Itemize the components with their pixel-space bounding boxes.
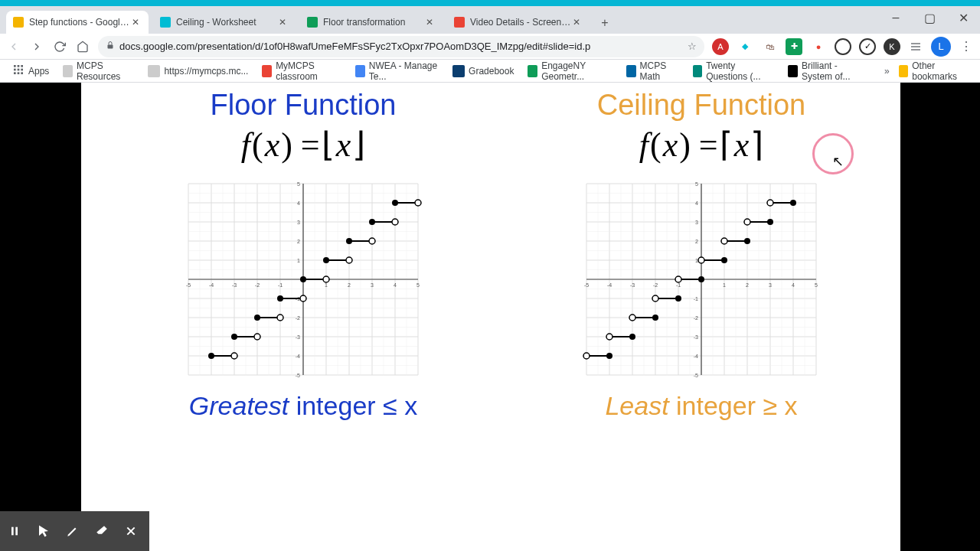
maximize-button[interactable]: ▢ <box>913 6 946 29</box>
svg-point-172 <box>606 334 612 340</box>
pen-tool-button[interactable] <box>58 511 87 551</box>
extension-icon[interactable]: K <box>884 38 900 55</box>
reload-button[interactable] <box>52 39 67 54</box>
svg-text:2: 2 <box>297 239 300 244</box>
bookmark-item[interactable]: Twenty Questions (... <box>688 58 779 84</box>
svg-text:-2: -2 <box>694 315 698 321</box>
extension-icon[interactable] <box>835 38 851 55</box>
url-input[interactable]: docs.google.com/presentation/d/1of0H8waf… <box>98 36 704 57</box>
floor-formula: f (x) = ⌊x⌋ <box>112 125 495 165</box>
svg-text:3: 3 <box>297 220 300 225</box>
bookmark-label: Other bookmarks <box>912 60 968 82</box>
svg-text:-2: -2 <box>255 282 260 288</box>
bookmark-favicon <box>63 65 73 77</box>
close-tab-icon[interactable]: ✕ <box>426 17 436 28</box>
svg-text:5: 5 <box>416 282 420 288</box>
slide-content: Floor Function f (x) = ⌊x⌋ -5-4-3-2-1123… <box>81 83 900 551</box>
extension-icon[interactable]: ● <box>810 38 827 55</box>
browser-tab[interactable]: Ceiling - Worksheet✕ <box>153 11 296 34</box>
floor-column: Floor Function f (x) = ⌊x⌋ -5-4-3-2-1123… <box>112 89 495 421</box>
svg-point-87 <box>277 295 283 302</box>
svg-rect-5 <box>18 65 20 67</box>
svg-text:4: 4 <box>297 201 300 206</box>
bookmark-star-icon[interactable]: ☆ <box>688 41 697 52</box>
bookmark-item[interactable]: NWEA - Manage Te... <box>351 58 443 84</box>
bookmark-item[interactable]: EngageNY Geometr... <box>523 58 617 84</box>
new-tab-button[interactable]: + <box>594 12 616 34</box>
browser-tab[interactable]: Video Details - Screencastify✕ <box>447 11 590 34</box>
close-tab-icon[interactable]: ✕ <box>279 17 289 28</box>
ceiling-title: Ceiling Function <box>510 89 893 122</box>
floor-caption: Greatest integer ≤ x <box>112 391 495 421</box>
bookmark-item[interactable]: Brilliant - System of... <box>783 58 874 84</box>
address-bar: docs.google.com/presentation/d/1of0H8waf… <box>0 34 980 60</box>
browser-tab[interactable]: Floor transformation✕ <box>300 11 443 34</box>
svg-text:1: 1 <box>723 282 726 288</box>
svg-point-169 <box>583 353 590 359</box>
svg-rect-6 <box>21 65 23 67</box>
extension-icon[interactable]: ✓ <box>859 38 876 55</box>
eraser-tool-button[interactable] <box>87 511 116 551</box>
bookmark-item[interactable]: Gradebook <box>448 63 518 80</box>
svg-text:4: 4 <box>394 282 397 288</box>
svg-point-182 <box>698 276 704 282</box>
svg-text:3: 3 <box>371 282 374 288</box>
bookmark-label: MCPS Resources <box>77 60 134 82</box>
bookmark-label: Brilliant - System of... <box>802 60 871 82</box>
svg-text:2: 2 <box>348 282 351 288</box>
svg-point-97 <box>369 238 375 244</box>
close-toolbar-button[interactable] <box>116 511 145 551</box>
bookmark-item[interactable]: MCPS Math <box>622 58 684 84</box>
menu-button[interactable]: ⋮ <box>959 39 974 54</box>
folder-icon <box>899 65 909 77</box>
svg-point-175 <box>629 315 635 321</box>
extension-icon[interactable]: A <box>712 38 729 55</box>
svg-text:-2: -2 <box>653 282 658 288</box>
pause-button[interactable] <box>0 511 29 551</box>
bookmark-favicon <box>148 65 160 77</box>
close-window-button[interactable]: ✕ <box>946 6 980 29</box>
svg-text:4: 4 <box>792 282 795 288</box>
minimize-button[interactable]: – <box>879 6 913 29</box>
lock-icon <box>106 41 115 52</box>
tab-favicon <box>159 16 172 28</box>
close-tab-icon[interactable]: ✕ <box>132 17 142 28</box>
svg-text:-3: -3 <box>232 282 237 288</box>
grid-icon <box>12 64 24 78</box>
svg-text:-4: -4 <box>607 282 612 288</box>
svg-point-185 <box>721 257 727 263</box>
svg-point-190 <box>744 219 750 225</box>
home-button[interactable] <box>75 39 90 54</box>
svg-text:3: 3 <box>695 220 698 225</box>
svg-point-184 <box>698 257 704 263</box>
other-bookmarks-button[interactable]: Other bookmarks <box>894 58 972 84</box>
window-titlebar <box>0 0 980 6</box>
profile-avatar[interactable]: L <box>931 37 951 57</box>
svg-point-82 <box>254 334 260 340</box>
svg-point-84 <box>254 315 260 321</box>
apps-button[interactable]: Apps <box>8 61 54 80</box>
close-tab-icon[interactable]: ✕ <box>573 17 583 28</box>
svg-text:-1: -1 <box>278 282 283 288</box>
extension-icon[interactable]: ✚ <box>786 38 802 55</box>
svg-text:5: 5 <box>695 181 698 187</box>
svg-rect-4 <box>14 65 16 67</box>
bookmark-item[interactable]: MCPS Resources <box>58 58 139 84</box>
svg-text:5: 5 <box>815 282 818 288</box>
browser-tab[interactable]: Step functions - Google Slides✕ <box>6 11 149 34</box>
tab-list-icon[interactable] <box>908 39 923 54</box>
overflow-chevron-icon[interactable]: » <box>884 66 890 77</box>
bookmark-label: EngageNY Geometr... <box>541 60 612 82</box>
pointer-tool-button[interactable] <box>29 511 58 551</box>
bookmark-item[interactable]: https://mymcps.mc... <box>143 63 253 80</box>
extension-icon[interactable]: 🛍 <box>761 38 778 55</box>
back-button[interactable] <box>6 39 21 54</box>
bookmark-favicon <box>355 65 365 77</box>
tab-favicon <box>306 16 318 28</box>
forward-button[interactable] <box>29 39 44 54</box>
svg-text:-1: -1 <box>694 296 698 302</box>
bookmark-item[interactable]: MyMCPS classroom <box>257 58 346 84</box>
svg-point-187 <box>721 238 727 244</box>
extension-icon[interactable]: ◆ <box>737 38 753 55</box>
tab-strip: Step functions - Google Slides✕Ceiling -… <box>0 6 980 34</box>
